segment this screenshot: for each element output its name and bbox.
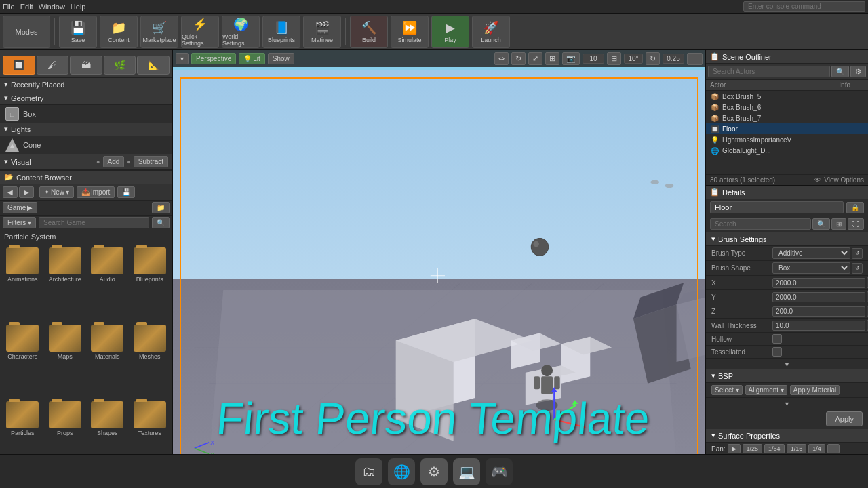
coord-btn[interactable]: ⊞: [545, 52, 559, 65]
rotate-btn[interactable]: ↻: [511, 52, 526, 65]
wall-thickness-input[interactable]: [772, 321, 865, 331]
build-btn[interactable]: 🔨 Build: [350, 16, 388, 48]
speed-input[interactable]: [663, 54, 684, 64]
alignment-btn[interactable]: Alignment ▾: [745, 385, 787, 395]
dock-browser[interactable]: 🌐: [388, 458, 415, 485]
select-btn[interactable]: Select ▾: [711, 385, 743, 395]
modes-dropdown-btn[interactable]: Modes: [3, 16, 50, 48]
view-options-label[interactable]: View Options: [824, 176, 864, 184]
quick-settings-btn[interactable]: ⚡ Quick Settings: [181, 16, 219, 48]
forward-btn[interactable]: ▶: [19, 186, 34, 198]
x-input[interactable]: [772, 278, 865, 288]
bsp-header[interactable]: ▾ BSP: [706, 369, 868, 383]
maximize-btn[interactable]: ⛶: [687, 53, 703, 65]
outliner-search-input[interactable]: [708, 66, 830, 77]
viewport-mode-btn[interactable]: ▾: [176, 53, 189, 64]
import-btn[interactable]: 📥 Import: [77, 186, 115, 198]
lit-btn[interactable]: 💡 Lit: [239, 53, 265, 64]
outliner-box-brush-7[interactable]: 📦 Box Brush_7: [706, 113, 868, 123]
blueprints-btn[interactable]: 📘 Blueprints: [262, 16, 300, 48]
marketplace-btn[interactable]: 🛒 Marketplace: [140, 16, 178, 48]
filters-btn[interactable]: Filters ▾: [3, 217, 36, 228]
outliner-search-btn[interactable]: 🔍: [831, 66, 849, 77]
perspective-btn[interactable]: Perspective: [191, 53, 236, 64]
game-path-btn[interactable]: Game ▶: [3, 202, 37, 214]
brush-shape-reset[interactable]: ↺: [852, 263, 863, 274]
dock-ue4[interactable]: 🎮: [486, 458, 513, 485]
console-input[interactable]: [743, 1, 865, 12]
outliner-box-brush-6[interactable]: 📦 Box Brush_6: [706, 102, 868, 113]
hollow-checkbox[interactable]: [772, 334, 782, 344]
pan-1-4[interactable]: 1/4: [808, 444, 825, 453]
content-btn[interactable]: 📁 Content: [100, 16, 138, 48]
camera-btn[interactable]: 📷: [562, 52, 580, 65]
geo-add-btn[interactable]: Add: [103, 156, 125, 167]
menu-file[interactable]: File: [3, 3, 15, 11]
mode-paint[interactable]: 🖌: [37, 56, 69, 75]
mode-placement[interactable]: 🔲: [3, 56, 35, 75]
show-btn[interactable]: Show: [268, 53, 294, 64]
launch-btn[interactable]: 🚀 Launch: [472, 16, 510, 48]
asset-blueprints[interactable]: Blueprints: [130, 246, 170, 321]
geo-subtract-btn[interactable]: Subtract: [134, 156, 168, 167]
angle-snap-btn[interactable]: ↻: [646, 52, 660, 65]
asset-characters[interactable]: Characters: [3, 323, 43, 398]
grid-snap-btn[interactable]: ⊞: [607, 52, 621, 65]
lights-header[interactable]: ▾ Lights: [0, 123, 172, 136]
back-btn[interactable]: ◀: [3, 186, 18, 198]
asset-audio[interactable]: Audio: [87, 246, 127, 321]
details-name-input[interactable]: [710, 201, 844, 214]
asset-maps[interactable]: Maps: [45, 323, 85, 398]
menu-window[interactable]: Window: [39, 3, 65, 11]
angle-input[interactable]: [624, 54, 643, 64]
outliner-lightmass[interactable]: 💡 LightmassImportanceV: [706, 134, 868, 145]
translate-btn[interactable]: ⇔: [494, 52, 509, 65]
details-search-btn[interactable]: 🔍: [812, 218, 830, 230]
pan-1-16[interactable]: 1/16: [787, 444, 807, 453]
surface-properties-header[interactable]: ▾ Surface Properties: [706, 429, 868, 443]
matinee-btn[interactable]: 🎬 Matinee: [303, 16, 341, 48]
outliner-globallight[interactable]: 🌐 GlobalLight_D...: [706, 145, 868, 156]
bsp-expand-arrow[interactable]: ▼: [784, 401, 790, 407]
brush-type-select[interactable]: Additive: [772, 247, 850, 259]
dock-settings[interactable]: ⚙: [420, 458, 448, 485]
details-search-input[interactable]: [710, 218, 811, 230]
new-btn[interactable]: ✦ New ▾: [39, 186, 74, 198]
search-input[interactable]: [39, 217, 149, 228]
recently-placed-header[interactable]: ▾ Recently Placed: [0, 78, 172, 92]
save-all-btn[interactable]: 💾: [117, 186, 135, 198]
asset-meshes[interactable]: Meshes: [130, 323, 170, 398]
pan-1-64[interactable]: 1/64: [764, 444, 785, 453]
brush-settings-header[interactable]: ▾ Brush Settings: [706, 232, 868, 246]
outliner-options-btn[interactable]: ⚙: [850, 66, 866, 77]
box-item[interactable]: □ Box: [0, 105, 172, 123]
details-grid-btn[interactable]: ⊞: [831, 218, 846, 230]
mode-geometry[interactable]: 📐: [137, 56, 170, 75]
z-input[interactable]: [772, 306, 865, 317]
mode-landscape[interactable]: 🏔: [70, 56, 102, 75]
lock-btn[interactable]: 🔒: [846, 202, 864, 214]
tessellated-checkbox[interactable]: [772, 347, 782, 357]
menu-edit[interactable]: Edit: [20, 3, 33, 11]
pan-1-25[interactable]: 1/25: [743, 444, 763, 453]
brush-type-reset[interactable]: ↺: [852, 248, 863, 259]
cone-item[interactable]: ▲ Cone: [0, 136, 172, 154]
pan-dash[interactable]: --: [827, 444, 840, 453]
expand-arrow[interactable]: ▼: [784, 361, 790, 368]
brush-shape-select[interactable]: Box: [772, 262, 850, 274]
play-btn[interactable]: ▶ Play: [431, 16, 469, 48]
asset-architecture[interactable]: Architecture: [45, 246, 85, 321]
apply-btn[interactable]: Apply: [826, 411, 863, 426]
save-btn[interactable]: 💾 Save: [59, 16, 97, 48]
asset-materials[interactable]: Materials: [87, 323, 127, 398]
search-btn[interactable]: 🔍: [152, 217, 170, 228]
apply-material-btn[interactable]: Apply Material: [790, 385, 840, 395]
viewport[interactable]: ▾ Perspective 💡 Lit Show ⇔ ↻ ⤢ ⊞ 📷 ⊞ ↻ ⛶: [173, 50, 705, 488]
grid-size-input[interactable]: [583, 54, 604, 64]
simulate-btn[interactable]: ⏩ Simulate: [391, 16, 429, 48]
world-settings-btn[interactable]: 🌍 World Settings: [222, 16, 260, 48]
browse-btn[interactable]: 📁: [152, 202, 170, 214]
scale-btn[interactable]: ⤢: [528, 52, 542, 65]
visual-header[interactable]: ▾ Visual ● Add ● Subtract: [0, 154, 172, 170]
dock-finder[interactable]: 🗂: [355, 458, 382, 485]
